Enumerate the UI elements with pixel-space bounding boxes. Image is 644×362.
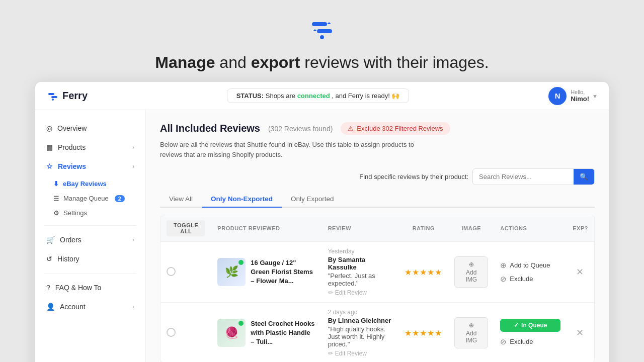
row-rating-cell-1: ★★★★★ xyxy=(398,242,448,303)
add-to-queue-button-1[interactable]: ⊕ Add to Queue xyxy=(500,260,560,271)
svg-point-7 xyxy=(52,99,54,101)
sidebar-item-history[interactable]: ↺ History xyxy=(35,250,145,268)
col-actions: ACTIONS xyxy=(494,215,567,242)
main-content: All Included Reviews (302 Reviews found)… xyxy=(146,110,609,362)
status-badge: STATUS: Shops are connected , and Ferry … xyxy=(227,88,410,103)
search-label: Find specific reviews by their product: xyxy=(359,173,468,180)
row-rating-cell-2: ★★★★★ xyxy=(398,303,448,363)
svg-rect-0 xyxy=(312,22,327,26)
tab-only-exported[interactable]: Only Exported xyxy=(282,191,343,208)
account-icon: 👤 xyxy=(46,303,55,311)
reviews-table-wrap: TOGGLE ALL PRODUCT REVIEWED REVIEW RATIN… xyxy=(160,215,595,362)
exclude-button-1[interactable]: ⊘ Exclude xyxy=(500,274,560,285)
review-text-1: "Perfect. Just as expected." xyxy=(328,272,393,287)
row-actions-cell-2: ✓ In Queue ⊘ Exclude xyxy=(494,303,567,363)
exclude-icon: ⊘ xyxy=(500,275,507,284)
exclude-filtered-reviews-button[interactable]: ⚠ Exclude 302 Filtered Reviews xyxy=(341,122,450,135)
sidebar-divider-2 xyxy=(44,273,136,274)
ferry-logo-icon xyxy=(47,90,58,102)
sidebar-item-orders[interactable]: 🛒 Orders › xyxy=(35,231,145,249)
edit-icon-2: ✏ xyxy=(328,350,333,357)
in-queue-button-2[interactable]: ✓ In Queue xyxy=(500,319,560,332)
header-user[interactable]: N Hello, Nimo! ▾ xyxy=(548,87,597,105)
svg-rect-5 xyxy=(48,93,54,95)
row-image-cell-2: ⊕ Add IMG xyxy=(448,303,494,363)
row-select-radio-2[interactable] xyxy=(167,328,176,337)
edit-review-link-2[interactable]: ✏ Edit Review xyxy=(328,350,393,357)
row-select-radio[interactable] xyxy=(167,267,176,276)
exclude-button-2[interactable]: ⊘ Exclude xyxy=(500,336,560,347)
search-button[interactable]: 🔍 xyxy=(574,169,594,185)
col-rating: RATING xyxy=(398,215,448,242)
product-image-1: 🌿 xyxy=(217,258,246,286)
tab-only-non-exported[interactable]: Only Non-Exported xyxy=(202,191,282,208)
search-icon: 🔍 xyxy=(580,173,588,180)
reviews-icon: ☆ xyxy=(46,162,53,170)
review-date-2: 2 days ago xyxy=(328,309,393,316)
col-exp: EXP? xyxy=(567,215,594,242)
row-exp-cell-2: ✕ xyxy=(567,303,594,363)
tabs: View All Only Non-Exported Only Exported xyxy=(160,191,595,208)
row-image-cell-1: ⊕ Add IMG xyxy=(448,242,494,303)
check-icon: ✓ xyxy=(514,322,519,329)
svg-rect-6 xyxy=(51,96,57,98)
queue-icon: ☰ xyxy=(53,195,59,202)
chevron-right-icon-reviews: › xyxy=(132,163,134,170)
chevron-right-icon-orders: › xyxy=(132,236,134,243)
row-review-cell-2: 2 days ago By Linnea Gleichner "High qua… xyxy=(322,303,399,363)
search-input[interactable] xyxy=(473,169,574,184)
chevron-right-icon-account: › xyxy=(132,303,134,310)
svg-marker-4 xyxy=(313,29,317,31)
review-author-2: By Linnea Gleichner xyxy=(328,317,393,324)
product-name-2: Steel Crochet Hooks with Plastic Handle … xyxy=(251,319,315,347)
col-select: TOGGLE ALL xyxy=(160,215,211,242)
settings-icon: ⚙ xyxy=(53,209,59,217)
plus-circle-icon: ⊕ xyxy=(469,261,474,268)
app-window: Ferry STATUS: Shops are connected , and … xyxy=(35,82,609,362)
ebay-icon: ⬇ xyxy=(53,180,59,188)
rating-stars-2: ★★★★★ xyxy=(405,329,442,337)
svg-rect-1 xyxy=(317,29,332,33)
svg-point-2 xyxy=(320,35,324,39)
row-review-cell-1: Yesterday By Samanta Kassulke "Perfect. … xyxy=(322,242,399,303)
row-product-cell: 🌿 16 Gauge / 12" Green Florist Stems – F… xyxy=(211,242,321,303)
warning-icon: ⚠ xyxy=(348,125,354,132)
col-product: PRODUCT REVIEWED xyxy=(211,215,321,242)
chevron-right-icon: › xyxy=(132,144,134,151)
close-button-2[interactable]: ✕ xyxy=(573,326,587,340)
orders-icon: 🛒 xyxy=(46,236,55,244)
plus-circle-icon-2: ⊕ xyxy=(469,322,474,329)
toggle-all-button[interactable]: TOGGLE ALL xyxy=(167,220,205,236)
row-product-cell-2: 🧶 Steel Crochet Hooks with Plastic Handl… xyxy=(211,303,321,363)
review-author-1: By Samanta Kassulke xyxy=(328,256,393,271)
product-name-1: 16 Gauge / 12" Green Florist Stems – Flo… xyxy=(251,258,315,286)
table-row: 🌿 16 Gauge / 12" Green Florist Stems – F… xyxy=(160,242,594,303)
sidebar-item-products[interactable]: ▦ Products › xyxy=(35,138,145,156)
add-image-button-1[interactable]: ⊕ Add IMG xyxy=(454,256,488,288)
sidebar-item-ebay-reviews[interactable]: ⬇ eBay Reviews xyxy=(53,176,145,191)
add-image-button-2[interactable]: ⊕ Add IMG xyxy=(454,317,488,348)
product-image-2: 🧶 xyxy=(217,319,246,347)
history-icon: ↺ xyxy=(46,255,52,263)
overview-icon: ◎ xyxy=(46,124,52,132)
sidebar-item-reviews[interactable]: ☆ Reviews › xyxy=(35,157,145,175)
reviews-count: (302 Reviews found) xyxy=(268,125,333,133)
exclude-icon-2: ⊘ xyxy=(500,337,507,346)
hero-title: Manage and export reviews with their ima… xyxy=(10,53,634,72)
sidebar-item-faq[interactable]: ? FAQ & How To xyxy=(35,279,145,297)
edit-icon: ✏ xyxy=(328,289,333,296)
row-actions-cell-1: ⊕ Add to Queue ⊘ Exclude xyxy=(494,242,567,303)
app-header: Ferry STATUS: Shops are connected , and … xyxy=(35,82,609,110)
edit-review-link-1[interactable]: ✏ Edit Review xyxy=(328,289,393,296)
sidebar-item-overview[interactable]: ◎ Overview xyxy=(35,119,145,137)
chevron-down-icon: ▾ xyxy=(593,92,597,100)
add-queue-icon: ⊕ xyxy=(500,261,507,270)
svg-marker-3 xyxy=(327,22,331,24)
sidebar-item-account[interactable]: 👤 Account › xyxy=(35,298,145,316)
close-button-1[interactable]: ✕ xyxy=(573,265,587,279)
tab-view-all[interactable]: View All xyxy=(160,191,202,208)
reviews-table: TOGGLE ALL PRODUCT REVIEWED REVIEW RATIN… xyxy=(160,215,594,362)
header-brand: Ferry xyxy=(47,90,88,102)
sidebar-item-manage-queue[interactable]: ☰ Manage Queue 2 xyxy=(53,191,145,206)
sidebar-item-settings[interactable]: ⚙ Settings xyxy=(53,206,145,220)
